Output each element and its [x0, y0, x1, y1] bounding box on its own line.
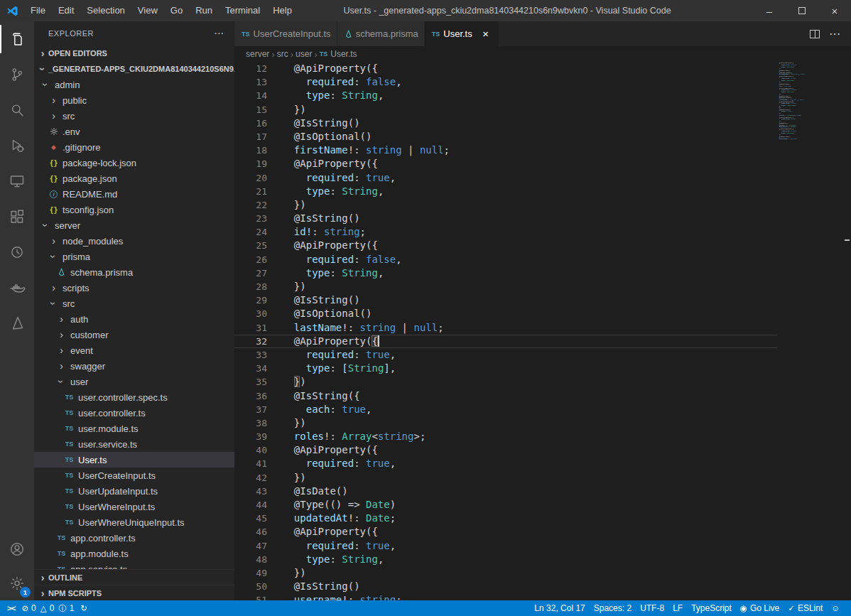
breadcrumb-item-server[interactable]: server [246, 49, 269, 59]
code-line-17[interactable]: 17 @IsOptional() [234, 130, 777, 144]
code-line-34[interactable]: 34 type: [String], [234, 362, 777, 375]
breadcrumb-item-src[interactable]: src [277, 49, 288, 59]
close-button[interactable]: × [818, 0, 851, 21]
language-mode[interactable]: TypeScript [687, 600, 736, 616]
code-line-26[interactable]: 26 required: false, [234, 253, 777, 266]
file-item-gitignore[interactable]: ◆.gitignore [34, 139, 234, 155]
folder-item-server[interactable]: ›server [34, 217, 234, 233]
maximize-button[interactable] [786, 0, 818, 21]
file-item-tsconfig-json[interactable]: {}tsconfig.json [34, 202, 234, 217]
menu-edit[interactable]: Edit [52, 0, 80, 21]
file-item-user-ts[interactable]: TSUser.ts [34, 452, 234, 468]
code-line-49[interactable]: 49 }) [234, 566, 777, 580]
code-line-22[interactable]: 22 }) [234, 198, 777, 212]
code-line-24[interactable]: 24 id!: string; [234, 225, 777, 239]
warnings[interactable]: △0 [38, 600, 57, 616]
file-item-app-module-ts[interactable]: TSapp.module.ts [34, 546, 234, 561]
code-line-20[interactable]: 20 required: true, [234, 171, 777, 185]
overview-ruler[interactable] [844, 62, 851, 600]
code-line-28[interactable]: 28 }) [234, 280, 777, 293]
file-item-user-controller-ts[interactable]: TSuser.controller.ts [34, 405, 234, 421]
code-line-16[interactable]: 16 @IsString() [234, 117, 777, 130]
sidebar-more-actions-icon[interactable]: ··· [215, 29, 224, 38]
code-line-21[interactable]: 21 type: String, [234, 185, 777, 198]
folder-item-auth[interactable]: ›auth [34, 311, 234, 327]
activity-bar-docker[interactable] [0, 270, 34, 306]
code-line-38[interactable]: 38 }) [234, 416, 777, 430]
activity-bar-extensions[interactable] [0, 199, 34, 234]
code-line-29[interactable]: 29 @IsString() [234, 293, 777, 307]
eslint[interactable]: ✓ESLint [784, 600, 827, 616]
tab-schema-prisma[interactable]: schema.prisma [337, 21, 425, 46]
file-item-schema-prisma[interactable]: schema.prisma [34, 264, 234, 280]
eol[interactable]: LF [668, 600, 687, 616]
code-line-27[interactable]: 27 type: String, [234, 266, 777, 280]
menu-view[interactable]: View [131, 0, 164, 21]
activity-bar-prisma[interactable] [0, 306, 34, 341]
code-line-39[interactable]: 39 roles!: Array<string>; [234, 430, 777, 443]
file-item-userupdateinput-ts[interactable]: TSUserUpdateInput.ts [34, 483, 234, 499]
code-line-30[interactable]: 30 @IsOptional() [234, 307, 777, 320]
folder-item-src[interactable]: ›src [34, 296, 234, 311]
file-item-user-service-ts[interactable]: TSuser.service.ts [34, 436, 234, 452]
activity-bar-remote-explorer[interactable] [0, 163, 34, 199]
menu-help[interactable]: Help [266, 0, 298, 21]
code-line-51[interactable]: 51 username!: string; [234, 593, 777, 600]
code-line-23[interactable]: 23 @IsString() [234, 212, 777, 225]
code-line-37[interactable]: 37 each: true, [234, 403, 777, 416]
code-line-14[interactable]: 14 type: String, [234, 89, 777, 102]
file-item-package-json[interactable]: {}package.json [34, 171, 234, 186]
indentation[interactable]: Spaces: 2 [590, 600, 636, 616]
code-line-44[interactable]: 44 @Type(() => Date) [234, 498, 777, 512]
more-actions-icon[interactable]: ··· [830, 28, 841, 39]
remote-indicator[interactable]: >< [3, 600, 19, 616]
folder-item-event[interactable]: ›event [34, 342, 234, 358]
menu-run[interactable]: Run [189, 0, 219, 21]
folder-item-scripts[interactable]: ›scripts [34, 280, 234, 296]
code-line-48[interactable]: 48 type: String, [234, 553, 777, 566]
code-line-43[interactable]: 43 @IsDate() [234, 485, 777, 498]
cursor-position[interactable]: Ln 32, Col 17 [530, 600, 589, 616]
code-line-46[interactable]: 46 @ApiProperty({ [234, 525, 777, 539]
section-outline[interactable]: ›OUTLINE [34, 569, 234, 585]
code-line-32[interactable]: 32 @ApiProperty({ [234, 335, 777, 348]
folder-item-swagger[interactable]: ›swagger [34, 358, 234, 374]
folder-item-prisma[interactable]: ›prisma [34, 249, 234, 264]
project-section-header[interactable]: › _GENERATED-APPS_CKIU2DMA8140344210S6N9… [34, 61, 234, 77]
folder-item-node-modules[interactable]: ›node_modules [34, 233, 234, 249]
code-line-42[interactable]: 42 }) [234, 471, 777, 485]
menu-go[interactable]: Go [164, 0, 189, 21]
menu-selection[interactable]: Selection [80, 0, 131, 21]
code-line-50[interactable]: 50 @IsString() [234, 580, 777, 593]
activity-bar-search[interactable] [0, 92, 34, 128]
folder-item-customer[interactable]: ›customer [34, 327, 234, 342]
code-line-31[interactable]: 31 lastName!: string | null; [234, 321, 777, 335]
file-item-app-controller-ts[interactable]: TSapp.controller.ts [34, 530, 234, 546]
code-line-47[interactable]: 47 required: true, [234, 539, 777, 553]
sync[interactable]: ↻ [77, 600, 92, 616]
code-line-13[interactable]: 13 required: false, [234, 75, 777, 89]
folder-item-public[interactable]: ›public [34, 92, 234, 108]
file-item-usercreateinput-ts[interactable]: TSUserCreateInput.ts [34, 468, 234, 483]
code-line-18[interactable]: 18 firstName!: string | null; [234, 144, 777, 157]
file-item-userwhereuniqueinput-ts[interactable]: TSUserWhereUniqueInput.ts [34, 514, 234, 530]
code-line-12[interactable]: 12 @ApiProperty({ [234, 62, 777, 75]
code-line-41[interactable]: 41 required: true, [234, 457, 777, 470]
code-line-33[interactable]: 33 required: true, [234, 348, 777, 362]
section-npm-scripts[interactable]: ›NPM SCRIPTS [34, 585, 234, 600]
code-line-45[interactable]: 45 updatedAt!: Date; [234, 512, 777, 525]
menu-terminal[interactable]: Terminal [219, 0, 266, 21]
settings-button[interactable]: 1 [0, 566, 34, 600]
activity-bar-explorer[interactable] [0, 21, 34, 57]
file-item-user-module-ts[interactable]: TSuser.module.ts [34, 421, 234, 436]
folder-item-user[interactable]: ›user [34, 374, 234, 389]
file-item-user-controller-spec-ts[interactable]: TSuser.controller.spec.ts [34, 389, 234, 405]
split-editor-icon[interactable] [810, 30, 820, 38]
file-item-env[interactable]: .env [34, 124, 234, 139]
code-line-40[interactable]: 40 @ApiProperty({ [234, 443, 777, 457]
open-editors-section[interactable]: › OPEN EDITORS [34, 45, 234, 61]
code-line-19[interactable]: 19 @ApiProperty({ [234, 157, 777, 171]
infos[interactable]: ⓘ1 [56, 600, 76, 616]
code-line-15[interactable]: 15 }) [234, 103, 777, 117]
tab-usercreateinput-ts[interactable]: TSUserCreateInput.ts [234, 21, 337, 46]
